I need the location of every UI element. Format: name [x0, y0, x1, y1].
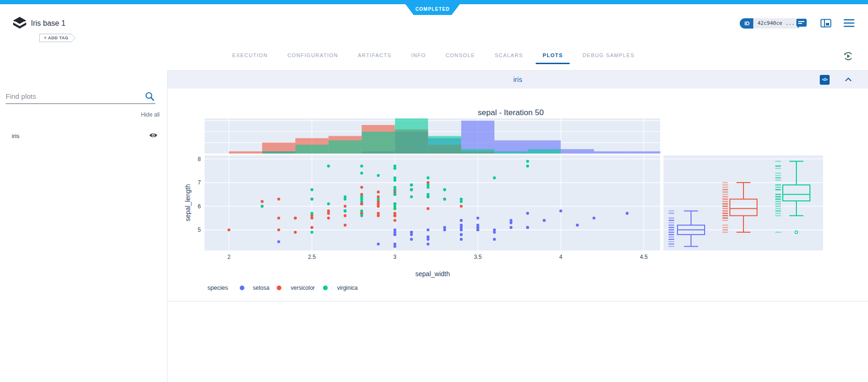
svg-text:4: 4 — [559, 254, 562, 260]
tab-scalars[interactable]: SCALARS — [485, 48, 533, 64]
svg-text:2: 2 — [228, 254, 231, 260]
svg-text:virginica: virginica — [337, 285, 358, 291]
visibility-eye-icon[interactable] — [149, 132, 158, 141]
search-input[interactable] — [6, 89, 137, 103]
id-label: ID — [740, 18, 753, 29]
iris-plot-canvas[interactable]: sepal - Iteration 5022.533.544.55678sepa… — [168, 88, 868, 301]
tab-plots[interactable]: PLOTS — [533, 48, 573, 64]
svg-text:sepal_length: sepal_length — [184, 184, 191, 221]
svg-text:species: species — [207, 284, 228, 291]
svg-text:sepal_width: sepal_width — [415, 270, 450, 278]
tab-execution[interactable]: EXECUTION — [222, 48, 278, 64]
tab-configuration[interactable]: CONFIGURATION — [278, 48, 348, 64]
svg-text:8: 8 — [198, 156, 201, 162]
svg-text:versicolor: versicolor — [291, 285, 315, 291]
svg-text:7: 7 — [198, 179, 201, 186]
tab-console[interactable]: CONSOLE — [436, 48, 485, 64]
sidebar-item-iris[interactable]: iris — [0, 126, 167, 145]
experiment-logo-icon — [12, 17, 27, 32]
id-value: 42c940ce ... — [753, 18, 799, 29]
view-json-icon[interactable]: </> — [820, 75, 830, 85]
hide-all-link[interactable]: Hide all — [112, 111, 160, 118]
top-accent-bar — [0, 0, 868, 4]
auto-refresh-icon[interactable] — [843, 51, 854, 64]
status-badge: COMPLETED — [405, 4, 460, 15]
svg-text:6: 6 — [198, 203, 201, 210]
comment-icon[interactable] — [796, 18, 807, 30]
svg-text:4.5: 4.5 — [640, 254, 648, 260]
svg-text:sepal - Iteration 50: sepal - Iteration 50 — [478, 108, 544, 117]
find-plots-search[interactable] — [6, 89, 155, 104]
plot-item-label: iris — [12, 132, 20, 140]
collapse-chevron-icon[interactable] — [845, 76, 852, 84]
add-tag-button[interactable]: + ADD TAG — [39, 34, 75, 42]
tab-artifacts[interactable]: ARTIFACTS — [348, 48, 401, 64]
experiment-id-badge[interactable]: ID 42c940ce ... — [740, 18, 799, 29]
search-icon[interactable] — [145, 91, 154, 103]
plot-section-title: iris — [168, 71, 868, 89]
add-tag-label: + ADD TAG — [40, 34, 75, 42]
svg-text:3.5: 3.5 — [474, 254, 482, 260]
split-view-icon[interactable] — [820, 18, 831, 30]
svg-text:setosa: setosa — [253, 285, 270, 291]
svg-text:3: 3 — [393, 254, 397, 260]
tab-bar: EXECUTIONCONFIGURATIONARTIFACTSINFOCONSO… — [222, 48, 644, 64]
plot-section-header: iris </> — [168, 70, 868, 88]
hamburger-menu-icon[interactable] — [844, 19, 854, 29]
experiment-title: Iris base 1 — [31, 19, 66, 28]
tab-info[interactable]: INFO — [401, 48, 435, 64]
tab-debug-samples[interactable]: DEBUG SAMPLES — [573, 48, 644, 64]
svg-text:2.5: 2.5 — [308, 254, 316, 260]
svg-text:5: 5 — [198, 227, 201, 233]
